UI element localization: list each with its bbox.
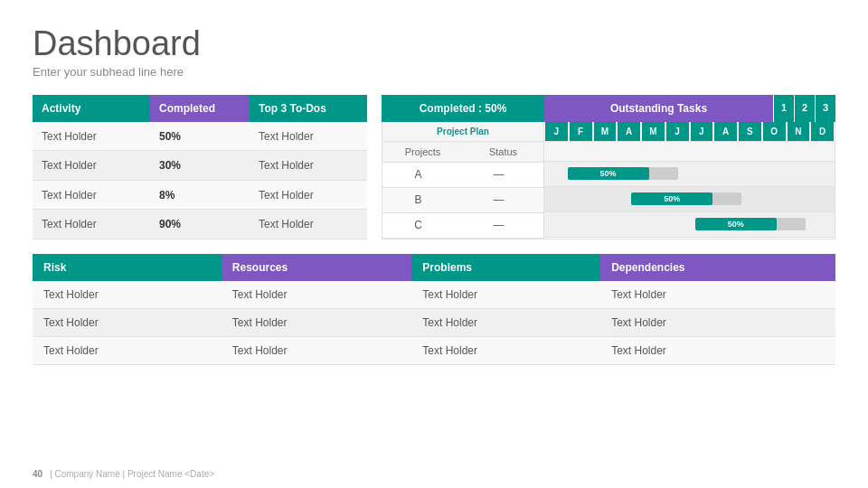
page-subtitle: Enter your subhead line here: [33, 65, 835, 79]
gantt-project-rows: A — B — C —: [382, 163, 543, 239]
gantt-num-headers: 123: [773, 95, 835, 122]
gantt-completed-header: Completed : 50%: [382, 95, 544, 122]
gantt-month-cell: D: [811, 122, 834, 141]
table-row: Text Holder 8% Text Holder: [33, 180, 367, 210]
bottom-cell: Text Holder: [600, 336, 835, 364]
page-title: Dashboard: [33, 25, 835, 63]
gantt-header-row: Completed : 50% Outstanding Tasks 123: [382, 95, 835, 122]
bottom-table: Risk Resources Problems Dependencies Tex…: [33, 254, 835, 365]
todo-cell: Text Holder: [250, 122, 367, 151]
activity-cell: Text Holder: [33, 151, 150, 181]
table-row: Text HolderText HolderText HolderText Ho…: [33, 281, 835, 309]
gantt-month-cell: N: [788, 122, 810, 141]
gantt-num-header: 2: [795, 95, 815, 122]
table-row: Text HolderText HolderText HolderText Ho…: [33, 308, 835, 336]
gantt-month-cell: J: [545, 122, 568, 141]
completed-cell: 30%: [150, 151, 250, 181]
bottom-cell: Text Holder: [411, 281, 600, 309]
gantt-month-cell: J: [691, 122, 713, 141]
completed-cell: 8%: [150, 180, 250, 210]
gantt-month-cell: F: [570, 122, 592, 141]
gantt-bar-row: 50%: [544, 187, 835, 212]
gantt-month-cell: O: [763, 122, 786, 141]
col-resources: Resources: [222, 254, 412, 281]
gantt-right: JFMAMJJASOND 50%50%50%: [544, 122, 835, 239]
col-risk: Risk: [33, 254, 222, 281]
activity-cell: Text Holder: [33, 210, 150, 239]
gantt-month-cell: M: [642, 122, 665, 141]
gantt-bar: 50%: [695, 218, 777, 230]
page: Dashboard Enter your subhead line here A…: [0, 0, 868, 488]
bottom-cell: Text Holder: [411, 308, 600, 336]
footer: 40 | Company Name | Project Name <Date>: [33, 469, 214, 479]
bottom-cell: Text Holder: [411, 336, 600, 364]
gantt-bar: 50%: [568, 167, 649, 180]
bottom-cell: Text Holder: [600, 281, 835, 309]
gantt-month-cell: A: [618, 122, 640, 141]
col-dependencies: Dependencies: [600, 254, 835, 281]
table-row: Text Holder 90% Text Holder: [33, 210, 367, 239]
gantt-num-header: 3: [816, 95, 835, 122]
gantt-project: C: [382, 214, 454, 236]
gantt-section: Completed : 50% Outstanding Tasks 123 Pr…: [382, 95, 835, 239]
gantt-projects-label: Projects: [382, 142, 463, 162]
gantt-data-row: C —: [382, 213, 543, 239]
col-activity: Activity: [33, 95, 150, 122]
gantt-month-cell: J: [666, 122, 689, 141]
gantt-project: B: [382, 189, 454, 211]
gantt-bar-rows: 50%50%50%: [544, 162, 835, 238]
table-row: Text Holder 50% Text Holder: [33, 122, 367, 151]
gantt-month-cell: S: [739, 122, 761, 141]
gantt-left: Project Plan Projects Status A — B — C —: [382, 122, 544, 239]
header: Dashboard Enter your subhead line here: [33, 25, 835, 79]
gantt-plan-label: Project Plan: [382, 122, 543, 141]
todo-cell: Text Holder: [250, 210, 367, 239]
gantt-status: —: [454, 164, 543, 185]
col-todos: Top 3 To-Dos: [250, 95, 367, 122]
gantt-project: A: [382, 164, 454, 185]
activity-table: Activity Completed Top 3 To-Dos Text Hol…: [33, 95, 367, 239]
col-completed: Completed: [150, 95, 250, 122]
completed-cell: 50%: [150, 122, 250, 151]
bottom-cell: Text Holder: [33, 281, 222, 309]
gantt-month-cell: M: [594, 122, 617, 141]
bottom-cell: Text Holder: [33, 336, 222, 364]
todo-cell: Text Holder: [250, 151, 367, 181]
gantt-status: —: [454, 214, 543, 236]
table-row: Text Holder 30% Text Holder: [33, 151, 367, 181]
gantt-status: —: [454, 189, 543, 211]
col-problems: Problems: [411, 254, 600, 281]
top-section: Activity Completed Top 3 To-Dos Text Hol…: [33, 95, 835, 239]
gantt-label-row: Project Plan: [382, 122, 543, 142]
bottom-cell: Text Holder: [600, 308, 835, 336]
gantt-tasks-header: Outstanding Tasks: [544, 95, 773, 122]
gantt-status-label: Status: [463, 142, 543, 162]
bottom-cell: Text Holder: [222, 281, 412, 309]
bottom-section: Risk Resources Problems Dependencies Tex…: [33, 254, 835, 470]
activity-cell: Text Holder: [33, 122, 150, 151]
activity-cell: Text Holder: [33, 180, 150, 210]
table-row: Text HolderText HolderText HolderText Ho…: [33, 336, 835, 364]
gantt-bar: 50%: [631, 192, 712, 205]
bottom-cell: Text Holder: [222, 336, 412, 364]
gantt-body: Project Plan Projects Status A — B — C —…: [382, 122, 835, 239]
page-number: 40: [33, 469, 42, 479]
gantt-bar-row: 50%: [544, 212, 835, 238]
gantt-bar-row: 50%: [544, 162, 835, 187]
gantt-data-row: B —: [382, 188, 543, 213]
gantt-month-cell: A: [714, 122, 737, 141]
bottom-cell: Text Holder: [33, 308, 222, 336]
gantt-months-row: JFMAMJJASOND: [544, 122, 835, 142]
bottom-cell: Text Holder: [222, 308, 412, 336]
gantt-num-header: 1: [774, 95, 794, 122]
footer-company: | Company Name | Project Name <Date>: [50, 469, 214, 479]
gantt-sublabel-row: Projects Status: [382, 142, 543, 163]
gantt-data-row: A —: [382, 163, 543, 188]
completed-cell: 90%: [150, 210, 250, 239]
todo-cell: Text Holder: [250, 180, 367, 210]
